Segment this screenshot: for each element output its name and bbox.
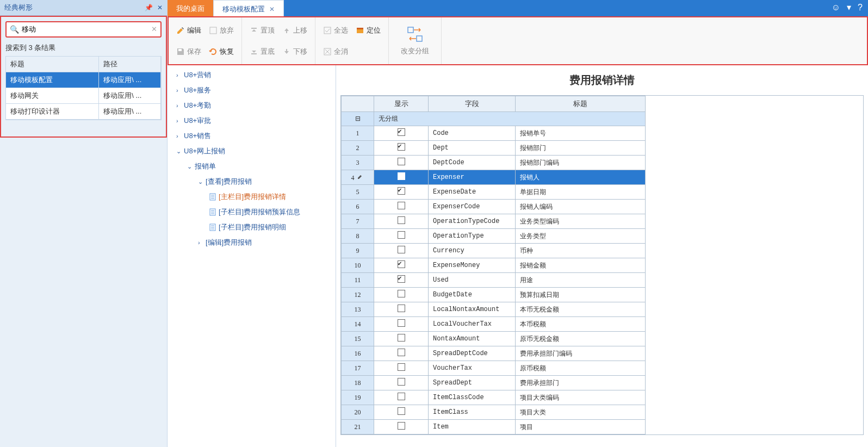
tree-arrow-icon: ⌄: [187, 163, 193, 170]
show-checkbox[interactable]: [398, 305, 405, 312]
grid-row[interactable]: 19ItemClassCode项目大类编码: [342, 390, 646, 405]
document-icon: [209, 208, 216, 216]
show-checkbox[interactable]: [398, 187, 405, 195]
tree-arrow-icon: ⌄: [176, 148, 182, 155]
show-checkbox[interactable]: [398, 349, 405, 356]
clear-all-button[interactable]: 全消: [320, 45, 351, 59]
down-button[interactable]: 下移: [279, 45, 311, 59]
show-checkbox[interactable]: [398, 363, 405, 371]
search-result-table: 标题 路径 移动模板配置移动应用\ ...移动网关移动应用\ ...移动打印设计…: [5, 56, 162, 120]
search-input[interactable]: [5, 21, 162, 38]
grid-row[interactable]: 1Code报销单号: [342, 126, 646, 141]
show-checkbox[interactable]: [398, 128, 405, 136]
top-button[interactable]: 置顶: [246, 23, 278, 38]
tree-arrow-icon: ›: [176, 87, 182, 94]
grid-row[interactable]: 21Item项目: [342, 420, 646, 434]
grid-row[interactable]: 14LocalVoucherTax本币税额: [342, 317, 646, 332]
tree-item[interactable]: [子栏目]费用报销预算信息: [168, 204, 336, 220]
search-result-row[interactable]: 移动网关移动应用\ ...: [6, 88, 161, 104]
clear-icon[interactable]: ✕: [151, 25, 157, 33]
pin-icon[interactable]: 📌: [145, 4, 153, 11]
tree-item[interactable]: ⌄U8+网上报销: [168, 144, 336, 159]
svg-rect-7: [417, 36, 422, 41]
group-toggle[interactable]: ⊟: [342, 112, 374, 126]
grid-row[interactable]: 9Currency币种: [342, 244, 646, 258]
svg-rect-6: [408, 27, 413, 33]
tree-arrow-icon: ⌄: [198, 178, 203, 185]
discard-button[interactable]: 放弃: [206, 23, 237, 38]
grid-row[interactable]: 10ExpenseMoney报销金额: [342, 258, 646, 273]
tree-item[interactable]: ›[编辑]费用报销: [168, 235, 336, 250]
svg-rect-1: [178, 49, 182, 51]
tree-item[interactable]: ›U8+营销: [168, 67, 336, 83]
show-checkbox[interactable]: [398, 378, 405, 386]
close-icon[interactable]: ✕: [157, 4, 163, 11]
show-checkbox[interactable]: [398, 407, 405, 415]
tree-item[interactable]: ⌄报销单: [168, 159, 336, 174]
show-checkbox[interactable]: [398, 334, 405, 342]
save-button[interactable]: 保存: [173, 45, 204, 59]
change-group-button[interactable]: 改变分组: [393, 21, 437, 60]
show-checkbox[interactable]: [398, 246, 405, 253]
grid-row[interactable]: 12BudgetDate预算扣减日期: [342, 288, 646, 302]
show-checkbox[interactable]: [398, 422, 405, 430]
tab-desktop[interactable]: 我的桌面: [168, 0, 213, 16]
grid-row[interactable]: 2Dept报销部门: [342, 141, 646, 156]
grid-row[interactable]: 20ItemClass项目大类: [342, 405, 646, 420]
edit-button[interactable]: 编辑: [173, 23, 204, 38]
tree-item[interactable]: ›U8+审批: [168, 113, 336, 128]
grid-row[interactable]: 11Used用途: [342, 273, 646, 288]
group-label: 无分组: [374, 112, 646, 126]
show-checkbox[interactable]: [398, 172, 405, 180]
tree-panel: ›U8+营销›U8+服务›U8+考勤›U8+审批›U8+销售⌄U8+网上报销⌄报…: [168, 65, 336, 447]
dropdown-icon[interactable]: ▾: [847, 2, 851, 13]
select-all-button[interactable]: 全选: [320, 23, 351, 38]
restore-button[interactable]: 恢复: [206, 45, 237, 59]
show-checkbox[interactable]: [398, 143, 405, 151]
grid-row[interactable]: 18SpreadDept费用承担部门: [342, 376, 646, 390]
tabbar: 我的桌面 移动模板配置✕ ☺ ▾ ?: [168, 0, 868, 16]
locate-button[interactable]: 定位: [352, 23, 384, 38]
edit-row-icon: [357, 172, 364, 180]
sidebar-title: 经典树形: [4, 3, 33, 13]
search-result-row[interactable]: 移动模板配置移动应用\ ...: [6, 72, 161, 88]
help-icon[interactable]: ?: [858, 3, 863, 13]
up-button[interactable]: 上移: [279, 23, 311, 38]
tree-item[interactable]: [子栏目]费用报销明细: [168, 220, 336, 235]
search-box: 🔍 ✕: [5, 21, 162, 38]
tab-current[interactable]: 移动模板配置✕: [213, 0, 284, 16]
tree-item[interactable]: [主栏目]费用报销详情: [168, 189, 336, 204]
sidebar: 经典树形 📌 ✕ 🔍 ✕ 搜索到 3 条结果 标题 路径 移动模板配置移动应用\: [0, 0, 168, 447]
grid-row[interactable]: 5ExpenseDate单据日期: [342, 185, 646, 200]
show-checkbox[interactable]: [398, 158, 405, 165]
search-result-text: 搜索到 3 条结果: [1, 42, 166, 56]
show-checkbox[interactable]: [398, 393, 405, 400]
show-checkbox[interactable]: [398, 319, 405, 327]
tree-item[interactable]: ⌄[查看]费用报销: [168, 174, 336, 189]
grid-row[interactable]: 4Expenser报销人: [342, 170, 646, 185]
show-checkbox[interactable]: [398, 216, 405, 224]
show-checkbox[interactable]: [398, 290, 405, 297]
smile-icon[interactable]: ☺: [832, 3, 840, 13]
grid-row[interactable]: 17VoucherTax原币税额: [342, 361, 646, 376]
tree-item[interactable]: ›U8+考勤: [168, 98, 336, 113]
grid-row[interactable]: 13LocalNontaxAmount本币无税金额: [342, 302, 646, 317]
show-checkbox[interactable]: [398, 231, 405, 239]
show-checkbox[interactable]: [398, 275, 405, 283]
tree-arrow-icon: ›: [176, 117, 182, 124]
grid-row[interactable]: 7OperationTypeCode业务类型编码: [342, 214, 646, 229]
show-checkbox[interactable]: [398, 202, 405, 209]
grid-row[interactable]: 6ExpenserCode报销人编码: [342, 200, 646, 214]
grid-row[interactable]: 3DeptCode报销部门编码: [342, 156, 646, 170]
bottom-button[interactable]: 置底: [246, 45, 278, 59]
main: 我的桌面 移动模板配置✕ ☺ ▾ ? 编辑 放弃 保存 恢复: [168, 0, 868, 447]
grid-row[interactable]: 15NontaxAmount原币无税金额: [342, 332, 646, 346]
search-result-row[interactable]: 移动打印设计器移动应用\ ...: [6, 104, 161, 120]
grid-row[interactable]: 16SpreadDeptCode费用承担部门编码: [342, 346, 646, 361]
tree-item[interactable]: ›U8+服务: [168, 83, 336, 98]
close-tab-icon[interactable]: ✕: [269, 5, 275, 13]
tree-item[interactable]: ›U8+销售: [168, 128, 336, 144]
grid-row[interactable]: 8OperationType业务类型: [342, 229, 646, 244]
col-path: 路径: [99, 57, 161, 72]
show-checkbox[interactable]: [398, 260, 405, 268]
